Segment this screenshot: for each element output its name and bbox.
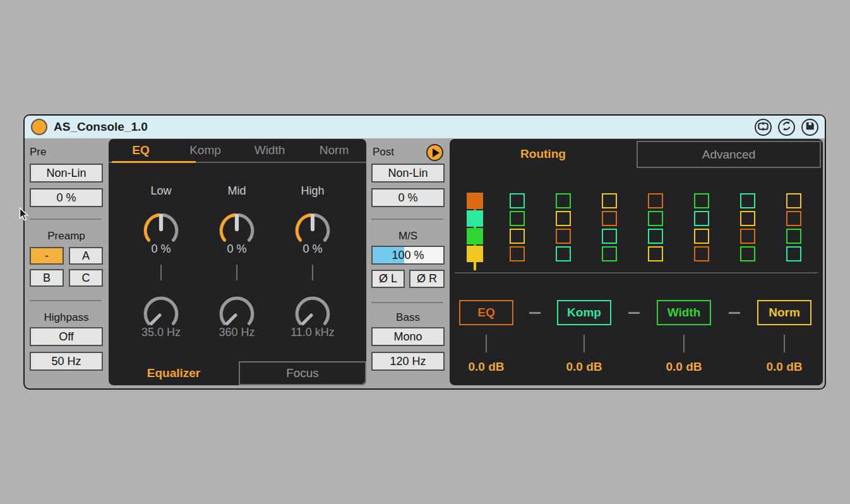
- chain-connector: [529, 312, 541, 314]
- band-high-label: High: [301, 184, 324, 198]
- routing-cell-norm[interactable]: [694, 229, 709, 244]
- band-mid-gain-value: 0 %: [227, 243, 246, 256]
- routing-cell-eq[interactable]: [694, 246, 709, 261]
- routing-cell-eq[interactable]: [602, 211, 617, 226]
- routing-cell-norm[interactable]: [556, 211, 571, 226]
- ms-slider[interactable]: 100 %: [371, 246, 445, 265]
- eq-tab-bar: EQ Komp Width Norm: [109, 139, 366, 163]
- routing-cell-komp[interactable]: [648, 229, 663, 244]
- routing-cell-komp[interactable]: [556, 246, 571, 261]
- bass-freq-field[interactable]: 120 Hz: [371, 352, 445, 371]
- map-button[interactable]: [755, 119, 772, 136]
- save-button[interactable]: [801, 119, 818, 136]
- tab-width[interactable]: Width: [237, 139, 302, 162]
- routing-cell-width[interactable]: [786, 229, 801, 244]
- module-box-norm[interactable]: Norm: [757, 300, 811, 325]
- routing-cell-komp[interactable]: [694, 211, 709, 226]
- routing-cell-active-width[interactable]: [467, 228, 483, 244]
- tab-eq[interactable]: EQ: [109, 139, 173, 162]
- highpass-label: Highpass: [30, 311, 103, 324]
- post-play-button[interactable]: [426, 144, 443, 161]
- band-mid-label: Mid: [227, 184, 246, 198]
- routing-cell-komp[interactable]: [602, 229, 617, 244]
- module-box-eq[interactable]: EQ: [459, 300, 513, 325]
- pre-amount-field[interactable]: 0 %: [30, 188, 103, 207]
- routing-cell-eq[interactable]: [740, 229, 755, 244]
- band-mid-tick: [236, 265, 237, 280]
- routing-cell-width[interactable]: [648, 211, 663, 226]
- routing-cell-norm[interactable]: [740, 211, 755, 226]
- routing-cell-eq[interactable]: [648, 193, 663, 208]
- ms-label: M/S: [371, 230, 445, 243]
- phase-left-button[interactable]: Ø L: [371, 270, 405, 288]
- bottom-tab-focus[interactable]: Focus: [239, 361, 366, 385]
- band-mid-freq-value: 360 Hz: [218, 326, 254, 340]
- routing-cell-active-komp[interactable]: [467, 210, 483, 227]
- module-gain-norm[interactable]: 0.0 dB: [746, 360, 822, 374]
- post-divider: [371, 219, 443, 220]
- highpass-state-button[interactable]: Off: [30, 327, 103, 346]
- preamp-button-b[interactable]: B: [30, 269, 64, 287]
- routing-cell-norm[interactable]: [786, 193, 801, 208]
- map-icon: [756, 119, 770, 136]
- tab-advanced[interactable]: Advanced: [637, 141, 821, 168]
- module-box-width[interactable]: Width: [657, 300, 711, 325]
- routing-cell-active-eq[interactable]: [467, 193, 483, 209]
- tab-routing[interactable]: Routing: [450, 147, 637, 161]
- save-icon: [803, 119, 817, 136]
- active-tab-underline: [112, 161, 196, 163]
- preamp-button-c[interactable]: C: [69, 269, 103, 287]
- routing-cell-eq[interactable]: [510, 246, 525, 261]
- routing-cell-width[interactable]: [510, 211, 525, 226]
- band-low-freq-value: 35.0 Hz: [141, 326, 181, 340]
- module-gain-eq[interactable]: 0.0 dB: [448, 360, 524, 374]
- bottom-tab-equalizer[interactable]: Equalizer: [109, 366, 239, 380]
- routing-cell-width[interactable]: [740, 246, 755, 261]
- hotswap-button[interactable]: [778, 119, 795, 136]
- band-high-tick: [312, 265, 313, 280]
- routing-cell-active-norm[interactable]: [467, 246, 483, 262]
- routing-cell-width[interactable]: [602, 246, 617, 261]
- module-gain-width[interactable]: 0.0 dB: [646, 360, 722, 374]
- phase-right-button[interactable]: Ø R: [409, 270, 445, 288]
- band-low: Low 0 % 35.0 Hz: [123, 184, 199, 340]
- device-body: Pre Non-Lin 0 % Preamp - A B C Highpass …: [25, 138, 825, 388]
- band-high: High 0 % 11.0 kHz: [275, 184, 350, 340]
- chain-connector: [628, 312, 640, 314]
- eq-panel: EQ Komp Width Norm Low 0 %: [109, 139, 366, 385]
- module-gain-komp[interactable]: 0.0 dB: [546, 360, 622, 374]
- bass-label: Bass: [371, 311, 445, 324]
- post-amount-field[interactable]: 0 %: [371, 188, 445, 207]
- module-tick: [683, 335, 685, 352]
- routing-panel: Routing Advanced EQ Komp Width Norm 0.0 …: [450, 139, 823, 385]
- module-box-komp[interactable]: Komp: [557, 300, 611, 325]
- preamp-button-off[interactable]: -: [30, 247, 64, 265]
- routing-cell-eq[interactable]: [556, 229, 571, 244]
- routing-cell-norm[interactable]: [510, 229, 525, 244]
- tab-komp[interactable]: Komp: [173, 139, 237, 162]
- routing-cell-komp[interactable]: [510, 193, 525, 208]
- highpass-freq-field[interactable]: 50 Hz: [30, 352, 103, 371]
- routing-cell-width[interactable]: [556, 193, 571, 208]
- module-tick: [784, 335, 785, 352]
- bass-mode-button[interactable]: Mono: [371, 327, 445, 346]
- pre-nonlin-button[interactable]: Non-Lin: [30, 164, 103, 183]
- routing-cell-norm[interactable]: [602, 193, 617, 208]
- routing-cell-width[interactable]: [694, 193, 709, 208]
- hotswap-icon: [779, 119, 794, 136]
- chain-connector: [729, 312, 740, 314]
- tab-norm[interactable]: Norm: [302, 139, 366, 162]
- routing-divider: [455, 272, 818, 273]
- routing-cell-eq[interactable]: [786, 211, 801, 226]
- routing-cell-komp[interactable]: [786, 246, 801, 261]
- routing-cell-norm[interactable]: [648, 246, 663, 261]
- band-high-freq-value: 11.0 kHz: [290, 326, 335, 340]
- module-tick: [584, 335, 585, 352]
- post-divider-2: [371, 302, 443, 303]
- band-low-label: Low: [150, 184, 171, 198]
- routing-cell-komp[interactable]: [740, 193, 755, 208]
- device-activator-button[interactable]: [31, 119, 47, 135]
- post-nonlin-button[interactable]: Non-Lin: [371, 164, 445, 183]
- module-tick: [486, 335, 487, 352]
- preamp-button-a[interactable]: A: [69, 247, 103, 265]
